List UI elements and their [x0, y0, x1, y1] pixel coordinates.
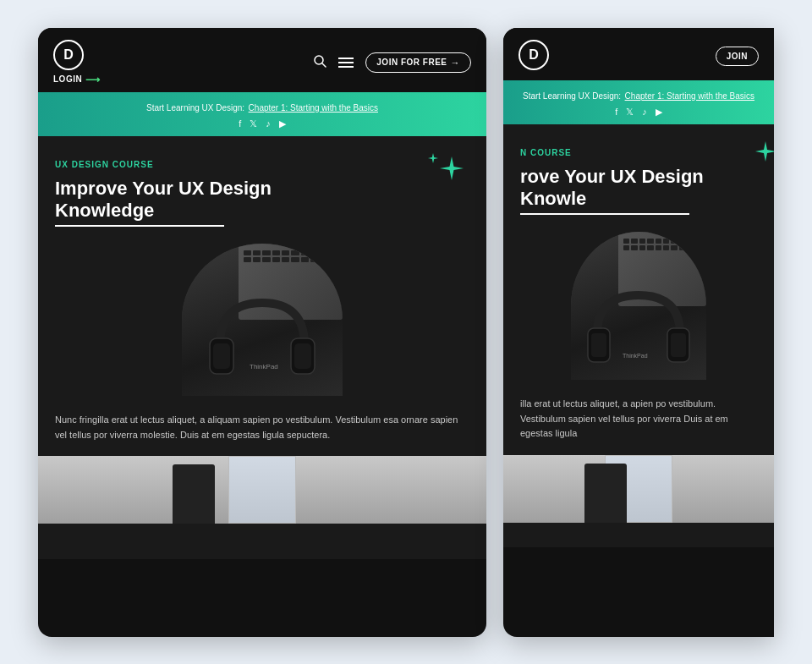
login-arrow-icon: ⟶ [85, 74, 101, 85]
headphones-image: ThinkPad [182, 244, 343, 396]
join-arrow-icon: → [451, 58, 461, 68]
logo-letter: D [63, 47, 74, 63]
banner-text-line: Start Learning UX Design: Chapter 1: Sta… [48, 99, 476, 114]
svg-rect-10 [671, 333, 686, 357]
twitter-icon[interactable]: 𝕏 [250, 118, 257, 129]
title-underline [55, 225, 224, 227]
description-text-2: illa erat ut lectus aliquet, a apien po … [520, 397, 757, 442]
banner-text-line-2: Start Learning UX Design: Chapter 1: Sta… [513, 87, 764, 102]
main-content-2: N COURSE rove Your UX Design Knowle [503, 124, 774, 547]
social-icons-row-2: f 𝕏 ♪ ▶ [513, 107, 764, 118]
page-container: D LOGIN ⟶ [21, 3, 791, 662]
bottom-image-strip-2 [503, 455, 774, 523]
login-text[interactable]: LOGIN ⟶ [53, 74, 101, 85]
twitter-icon-2[interactable]: 𝕏 [626, 107, 634, 118]
banner-static-text-2: Start Learning UX Design: [523, 91, 621, 101]
facebook-icon-2[interactable]: f [615, 107, 617, 118]
tiktok-icon[interactable]: ♪ [266, 118, 271, 129]
description-text: Nunc fringilla erat ut lectus aliquet, a… [55, 413, 469, 442]
banner-static-text: Start Learning UX Design: [146, 103, 244, 112]
svg-text:ThinkPad: ThinkPad [623, 353, 648, 359]
banner-link[interactable]: Chapter 1: Starting with the Basics [249, 103, 378, 112]
announcement-banner: Start Learning UX Design: Chapter 1: Sta… [38, 92, 486, 136]
logo-area: D LOGIN ⟶ [53, 40, 101, 85]
youtube-icon[interactable]: ▶ [279, 118, 286, 129]
logo-circle-2: D [518, 40, 549, 70]
course-image-2: ThinkPad [571, 232, 706, 380]
logo-circle: D [53, 40, 84, 70]
join-button-2[interactable]: JOIN [716, 47, 759, 66]
svg-rect-5 [294, 343, 311, 369]
course-label: UX DESIGN COURSE [55, 160, 469, 169]
logo-area-2: D [518, 40, 549, 74]
header-right-2: JOIN [716, 47, 759, 66]
youtube-icon-2[interactable]: ▶ [656, 107, 662, 118]
facebook-icon[interactable]: f [239, 118, 241, 129]
social-icons-row: f 𝕏 ♪ ▶ [48, 118, 476, 129]
tiktok-icon-2[interactable]: ♪ [642, 107, 647, 118]
svg-rect-8 [591, 333, 606, 357]
svg-text:ThinkPad: ThinkPad [250, 363, 278, 370]
course-title: Improve Your UX Design Knowledge [55, 178, 292, 222]
course-image: ThinkPad [182, 244, 343, 396]
sparkle-decoration-2 [740, 138, 774, 184]
sparkle-decoration [416, 150, 471, 208]
svg-rect-3 [213, 343, 230, 369]
phone-mockup-1: D LOGIN ⟶ [38, 28, 486, 637]
bottom-image-strip [38, 456, 486, 524]
header-2: D JOIN [503, 28, 774, 80]
banner-link-2[interactable]: Chapter 1: Starting with the Basics [625, 91, 754, 101]
course-title-2: rove Your UX Design Knowle [520, 166, 757, 211]
phone-mockup-2: D JOIN Start Learning UX Design: Chapter… [503, 28, 774, 637]
search-icon[interactable] [313, 54, 326, 71]
course-label-2: N COURSE [520, 148, 757, 157]
hamburger-menu-icon[interactable] [338, 58, 354, 68]
header-1: D LOGIN ⟶ [38, 28, 486, 92]
main-content-1: UX DESIGN COURSE Improve Your UX Design … [38, 136, 486, 559]
headphones-image-2: ThinkPad [571, 232, 706, 380]
announcement-banner-2: Start Learning UX Design: Chapter 1: Sta… [503, 80, 774, 124]
header-right: JOIN FOR FREE → [313, 52, 471, 73]
logo-letter-2: D [529, 47, 539, 63]
join-for-free-button[interactable]: JOIN FOR FREE → [365, 52, 471, 73]
title-underline-2 [520, 213, 689, 215]
svg-line-1 [322, 63, 326, 67]
